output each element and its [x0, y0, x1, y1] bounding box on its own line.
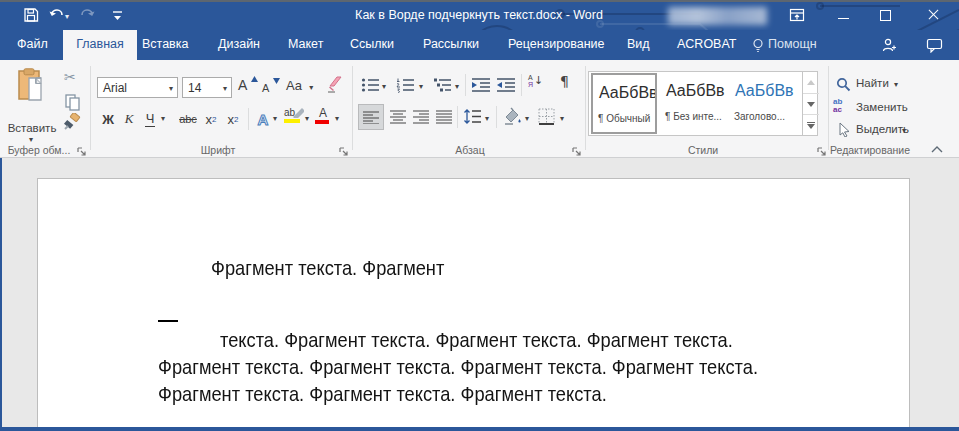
undo-caret-icon[interactable]: ▾	[65, 13, 69, 21]
font-size-combobox[interactable]: 14 ▾	[182, 77, 232, 98]
tab-view[interactable]: Вид	[627, 37, 650, 51]
borders-caret-icon[interactable]: ▾	[560, 115, 564, 123]
sort-button[interactable]: АЯ ↓	[528, 74, 543, 88]
small-separator	[496, 106, 497, 128]
tab-tell-me[interactable]: Помощн	[768, 37, 817, 51]
clear-formatting-icon[interactable]	[326, 74, 344, 94]
bold-button[interactable]: Ж	[98, 107, 118, 131]
decrease-indent-icon[interactable]	[471, 77, 491, 93]
tab-acrobat[interactable]: ACROBAT	[677, 37, 737, 51]
font-color-caret-icon[interactable]: ▾	[335, 115, 339, 123]
document-line[interactable]: Фрагмент текста. Фрагмент текста. Фрагме…	[158, 382, 607, 406]
redo-icon[interactable]	[80, 7, 96, 23]
share-person-icon[interactable]	[881, 37, 898, 54]
numbering-icon[interactable]	[396, 77, 415, 93]
paste-button[interactable]: Вставить ▾	[4, 64, 60, 140]
minimize-button[interactable]	[836, 7, 852, 23]
style-heading1[interactable]: АаБбВв Заголово...	[729, 73, 801, 134]
tab-design[interactable]: Дизайн	[218, 37, 260, 51]
font-name-caret-icon: ▾	[169, 85, 173, 93]
window-title: Как в Ворде подчеркнуть текст.docx - Wor…	[355, 8, 603, 22]
align-center-icon[interactable]	[390, 110, 407, 124]
shading-icon[interactable]	[502, 107, 523, 126]
font-size-value: 14	[188, 81, 201, 95]
maximize-button[interactable]	[878, 7, 894, 23]
group-separator	[585, 66, 586, 150]
cut-icon[interactable]: ✂	[64, 69, 76, 85]
highlight-button[interactable]: ab	[284, 108, 302, 123]
clipboard-icon	[16, 68, 46, 104]
underline-button[interactable]: Ч	[141, 107, 159, 131]
shrink-font-button[interactable]: А	[262, 78, 280, 98]
tab-references[interactable]: Ссылки	[350, 37, 394, 51]
tab-mailings[interactable]: Рассылки	[423, 37, 479, 51]
strikethrough-button[interactable]: abc	[176, 107, 200, 131]
small-separator	[465, 74, 466, 96]
group-separator	[90, 66, 91, 150]
superscript-button[interactable]: x2	[224, 107, 242, 131]
subscript-button[interactable]: x2	[202, 107, 220, 131]
document-area: Фрагмент текста. Фрагмент текста. Фрагме…	[0, 158, 959, 431]
text-effects-caret-icon[interactable]: ▾	[273, 115, 277, 123]
document-line[interactable]: Фрагмент текста. Фрагмент текста. Фрагме…	[158, 355, 758, 379]
styles-scroll-down-icon[interactable]	[803, 93, 819, 114]
style-preview: АаБбВв	[735, 82, 794, 100]
multilevel-list-icon[interactable]	[433, 77, 452, 93]
shading-caret-icon[interactable]: ▾	[525, 115, 529, 123]
account-area[interactable]	[668, 7, 767, 25]
font-group-label: Шрифт	[92, 144, 344, 156]
comments-icon[interactable]	[926, 38, 943, 53]
numbering-caret-icon[interactable]: ▾	[419, 83, 423, 91]
underline-blank[interactable]	[158, 320, 178, 322]
style-preview: АаБбВв	[599, 84, 657, 102]
show-marks-button[interactable]: ¶	[560, 73, 569, 89]
ribbon-display-options-icon[interactable]	[789, 7, 805, 23]
grow-font-button[interactable]: А	[238, 76, 258, 98]
highlight-caret-icon[interactable]: ▾	[305, 115, 309, 123]
tab-insert[interactable]: Вставка	[142, 37, 188, 51]
tab-layout[interactable]: Макет	[288, 37, 323, 51]
font-color-button[interactable]: А	[315, 107, 331, 124]
bullets-icon[interactable]	[361, 77, 380, 93]
change-case-button[interactable]: Aa ▾	[286, 76, 313, 94]
format-painter-icon[interactable]	[62, 113, 82, 133]
bullets-caret-icon[interactable]: ▾	[382, 83, 386, 91]
line-spacing-icon[interactable]	[463, 108, 482, 125]
tab-home[interactable]: Главная	[63, 37, 137, 51]
clipboard-dialog-launcher-icon[interactable]	[76, 146, 87, 157]
line-spacing-caret-icon[interactable]: ▾	[485, 115, 489, 123]
increase-indent-icon[interactable]	[496, 77, 516, 93]
copy-icon[interactable]	[64, 93, 82, 111]
paragraph-dialog-launcher-icon[interactable]	[571, 146, 582, 157]
lightbulb-icon[interactable]	[751, 38, 765, 53]
document-line[interactable]: текста. Фрагмент текста. Фрагмент текста…	[220, 328, 733, 352]
close-button[interactable]	[926, 7, 942, 23]
align-right-icon[interactable]	[413, 110, 430, 124]
save-icon[interactable]	[23, 7, 39, 23]
grow-arrow-icon	[251, 76, 258, 82]
multilevel-caret-icon[interactable]: ▾	[455, 83, 459, 91]
undo-icon[interactable]	[48, 7, 64, 23]
justify-icon[interactable]	[436, 110, 453, 124]
paragraph-group-label: Абзац	[355, 144, 585, 156]
styles-scroll-up-icon[interactable]	[803, 72, 819, 93]
borders-icon[interactable]	[538, 108, 555, 125]
text-effects-letter: А	[258, 111, 269, 128]
styles-more-icon[interactable]	[803, 114, 819, 135]
document-page[interactable]: Фрагмент текста. Фрагмент текста. Фрагме…	[37, 178, 910, 431]
shrink-arrow-icon	[273, 78, 280, 84]
font-name-combobox[interactable]: Arial ▾	[97, 77, 178, 98]
font-size-caret-icon: ▾	[223, 85, 227, 93]
tab-file[interactable]: Файл	[17, 37, 48, 51]
qat-customize-icon[interactable]	[112, 10, 123, 21]
tab-review[interactable]: Рецензирование	[508, 37, 605, 51]
text-effects-button[interactable]: А	[253, 107, 273, 131]
document-line[interactable]: Фрагмент текста. Фрагмент	[211, 256, 444, 280]
style-no-spacing[interactable]: АаБбВв ¶ Без инте...	[660, 73, 726, 134]
font-dialog-launcher-icon[interactable]	[338, 146, 349, 157]
style-normal[interactable]: АаБбВв ¶ Обычный	[591, 73, 657, 134]
underline-caret-icon[interactable]: ▾	[161, 115, 165, 123]
align-left-button[interactable]	[358, 104, 384, 130]
italic-button[interactable]: К	[120, 107, 138, 131]
collapse-ribbon-icon[interactable]	[931, 145, 943, 153]
